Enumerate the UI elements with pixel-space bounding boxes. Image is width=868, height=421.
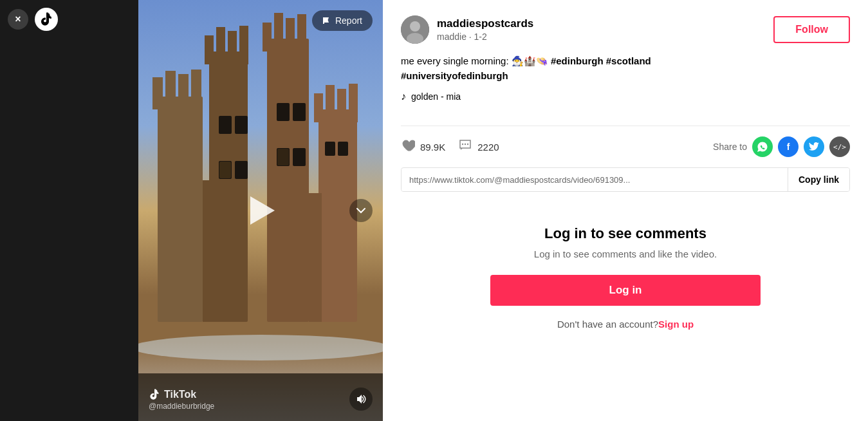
report-button[interactable]: Report bbox=[312, 10, 373, 31]
share-to-label: Share to bbox=[713, 142, 747, 152]
svg-rect-15 bbox=[297, 14, 306, 51]
svg-rect-14 bbox=[286, 18, 295, 51]
svg-rect-17 bbox=[314, 93, 323, 122]
svg-point-42 bbox=[462, 143, 463, 144]
svg-rect-18 bbox=[326, 85, 335, 122]
share-facebook-button[interactable]: f bbox=[778, 136, 799, 157]
link-input[interactable] bbox=[402, 169, 788, 191]
music-info: ♪ golden - mia bbox=[401, 91, 850, 102]
comments-count: 2220 bbox=[477, 142, 499, 153]
comments-section: Log in to see comments Log in to see com… bbox=[401, 212, 850, 342]
sound-icon bbox=[355, 393, 367, 405]
share-whatsapp-button[interactable] bbox=[752, 136, 773, 157]
svg-rect-30 bbox=[293, 148, 306, 166]
stats-row: 89.9K 2220 Share to f bbox=[401, 136, 850, 157]
music-note-icon: ♪ bbox=[401, 91, 406, 102]
username: maddiespostcards bbox=[437, 17, 533, 30]
user-header: maddiespostcards maddie · 1-2 Follow bbox=[401, 15, 850, 44]
login-button[interactable]: Log in bbox=[490, 275, 761, 306]
play-icon bbox=[250, 196, 275, 225]
caption: me every single morning: 🧙‍♂️🏰👒 #edinbur… bbox=[401, 54, 850, 83]
svg-rect-27 bbox=[277, 103, 290, 121]
svg-rect-8 bbox=[216, 27, 225, 64]
svg-rect-26 bbox=[235, 161, 248, 179]
report-label: Report bbox=[335, 15, 362, 26]
svg-rect-32 bbox=[338, 142, 348, 156]
facebook-icon: f bbox=[787, 142, 790, 152]
comments-title: Log in to see comments bbox=[544, 225, 706, 242]
link-row: Copy link bbox=[401, 167, 850, 192]
chevron-down-button[interactable] bbox=[349, 199, 373, 222]
hashtags: #edinburgh #scotland bbox=[551, 55, 651, 66]
whatsapp-icon bbox=[757, 141, 768, 153]
divider-1 bbox=[401, 126, 850, 126]
share-embed-button[interactable]: </> bbox=[829, 136, 850, 157]
svg-rect-31 bbox=[325, 142, 335, 156]
svg-rect-12 bbox=[263, 23, 272, 51]
svg-rect-24 bbox=[235, 116, 248, 134]
right-panel: maddiespostcards maddie · 1-2 Follow me … bbox=[383, 0, 868, 421]
svg-rect-3 bbox=[165, 71, 176, 109]
svg-rect-11 bbox=[267, 39, 309, 322]
embed-icon: </> bbox=[833, 143, 846, 151]
caption-text: me every single morning: 🧙‍♂️🏰👒 #edinbur… bbox=[401, 55, 651, 66]
user-info: maddiespostcards maddie · 1-2 bbox=[401, 15, 533, 44]
svg-rect-21 bbox=[203, 180, 222, 322]
avatar bbox=[401, 15, 429, 44]
song-name: golden - mia bbox=[411, 91, 461, 102]
video-panel: Report TikTok @maddieburbridge bbox=[138, 0, 383, 421]
comments-subtitle: Log in to see comments and like the vide… bbox=[534, 248, 717, 259]
tiktok-brand: TikTok @maddieburbridge bbox=[149, 389, 214, 411]
avatar-image bbox=[401, 15, 429, 44]
hashtag-university: #universityofedinburgh bbox=[401, 70, 508, 81]
video-bottom-bar: TikTok @maddieburbridge bbox=[138, 377, 383, 421]
svg-rect-28 bbox=[293, 103, 306, 121]
twitter-icon bbox=[809, 142, 819, 151]
signup-text: Don't have an account? bbox=[557, 319, 658, 330]
svg-rect-5 bbox=[191, 70, 201, 109]
play-button[interactable] bbox=[241, 191, 280, 230]
svg-rect-13 bbox=[274, 13, 283, 51]
svg-rect-2 bbox=[152, 77, 163, 109]
signup-row: Don't have an account?Sign up bbox=[557, 319, 694, 330]
sound-button[interactable] bbox=[349, 388, 373, 411]
svg-rect-20 bbox=[349, 84, 358, 122]
svg-rect-7 bbox=[205, 35, 214, 64]
chevron-down-icon bbox=[355, 205, 367, 216]
comment-icon bbox=[458, 138, 472, 156]
user-details: maddiespostcards maddie · 1-2 bbox=[437, 17, 533, 42]
share-twitter-button[interactable] bbox=[804, 136, 824, 157]
svg-point-44 bbox=[467, 143, 468, 144]
svg-rect-1 bbox=[158, 97, 203, 322]
copy-link-button[interactable]: Copy link bbox=[788, 168, 849, 191]
svg-point-34 bbox=[138, 335, 383, 360]
svg-rect-10 bbox=[239, 26, 248, 64]
svg-rect-4 bbox=[178, 74, 189, 109]
tiktok-name: TikTok bbox=[149, 389, 196, 400]
comments-stat: 2220 bbox=[458, 138, 499, 156]
share-to-section: Share to f </> bbox=[713, 136, 850, 157]
likes-stat: 89.9K bbox=[401, 138, 445, 156]
heart-icon bbox=[401, 138, 415, 156]
svg-point-40 bbox=[410, 21, 420, 32]
tiktok-logo-video bbox=[149, 389, 160, 400]
top-controls: × bbox=[8, 8, 58, 31]
svg-rect-35 bbox=[219, 162, 231, 178]
user-handle: maddie · 1-2 bbox=[437, 32, 533, 42]
svg-rect-38 bbox=[323, 17, 324, 24]
watermark-username: @maddieburbridge bbox=[149, 402, 214, 411]
likes-count: 89.9K bbox=[420, 142, 445, 153]
svg-rect-9 bbox=[228, 31, 237, 64]
follow-button[interactable]: Follow bbox=[773, 16, 850, 43]
svg-rect-23 bbox=[219, 116, 232, 134]
svg-rect-22 bbox=[309, 193, 322, 322]
svg-point-43 bbox=[465, 143, 466, 144]
signup-link[interactable]: Sign up bbox=[658, 319, 694, 330]
left-panel: × bbox=[0, 0, 138, 421]
svg-rect-36 bbox=[277, 149, 289, 165]
report-icon bbox=[322, 16, 331, 25]
svg-rect-19 bbox=[337, 89, 346, 122]
close-button[interactable]: × bbox=[8, 9, 28, 30]
tiktok-logo bbox=[35, 8, 58, 31]
